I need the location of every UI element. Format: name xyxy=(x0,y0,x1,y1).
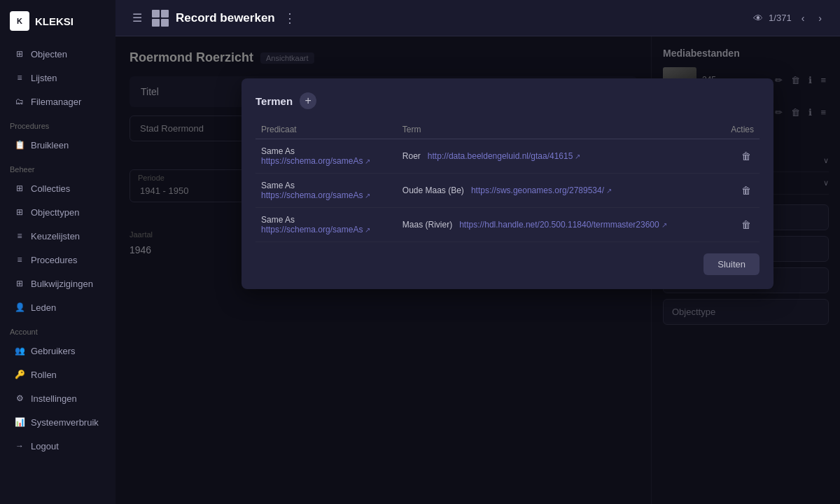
sidebar-item-lijsten[interactable]: ≡ Lijsten xyxy=(4,66,111,89)
eye-icon: 👁 xyxy=(753,13,763,24)
content-area: Roermond Roerzicht Ansichtkaart Titel ∨ … xyxy=(115,36,840,504)
sidebar-label-keuzelijsten: Keuzelijsten xyxy=(31,231,80,241)
row3-term: Maas (Rivier) https://hdl.handle.net/20.… xyxy=(397,208,720,242)
sidebar-label-rollen: Rollen xyxy=(31,370,57,380)
sidebar-item-bruikleen[interactable]: 📋 Bruikleen xyxy=(4,134,111,156)
modal-footer: Sluiten xyxy=(255,253,760,275)
sidebar-item-leden[interactable]: 👤 Leden xyxy=(4,296,111,318)
record-counter: 👁 1/371 ‹ › xyxy=(753,11,826,25)
page-title: Record bewerken xyxy=(176,11,275,25)
row1-term-link[interactable]: http://data.beeldengeluid.nl/gtaa/41615 … xyxy=(428,151,581,161)
row1-predicaat-link[interactable]: https://schema.org/sameAs ↗ xyxy=(261,156,370,166)
sidebar-item-objecttypen[interactable]: ⊞ Objecttypen xyxy=(4,201,111,223)
row2-term-link[interactable]: https://sws.geonames.org/2789534/ ↗ xyxy=(471,186,612,195)
next-record-button[interactable]: › xyxy=(814,11,826,25)
beheer-section-label: Beheer xyxy=(0,157,115,176)
sidebar-item-rollen[interactable]: 🔑 Rollen xyxy=(4,363,111,386)
objecttypen-icon: ⊞ xyxy=(14,206,25,218)
ext-link-icon-5: ↗ xyxy=(662,221,667,229)
sidebar-label-leden: Leden xyxy=(31,302,56,313)
row1-predicaat: Same As https://schema.org/sameAs ↗ xyxy=(255,139,397,174)
grid-icon: ⊞ xyxy=(14,48,25,59)
sidebar-label-instellingen: Instellingen xyxy=(31,393,77,404)
row3-delete-button[interactable]: 🗑 xyxy=(738,216,754,233)
terms-modal: Termen + Predicaat Term Acties xyxy=(241,78,774,289)
terms-table: Predicaat Term Acties Same As https://sc… xyxy=(255,120,760,242)
row3-term-link[interactable]: https://hdl.handle.net/20.500.11840/term… xyxy=(459,220,667,230)
users-icon: 👥 xyxy=(14,345,25,356)
sidebar-item-logout[interactable]: → Logout xyxy=(4,435,111,457)
sidebar-item-filemanager[interactable]: 🗂 Filemanager xyxy=(4,90,111,113)
logo-icon: K xyxy=(10,11,29,31)
more-options-button[interactable]: ⋮ xyxy=(284,10,296,26)
ext-link-icon-2: ↗ xyxy=(365,192,370,200)
table-row: Same As https://schema.org/sameAs ↗ Oude… xyxy=(255,174,760,208)
col-term: Term xyxy=(397,120,720,139)
sidebar-label-systeemverbruik: Systeemverbruik xyxy=(31,417,99,428)
leden-icon: 👤 xyxy=(14,302,25,313)
clipboard-icon: 📋 xyxy=(14,139,25,150)
sidebar-item-keuzelijsten[interactable]: ≡ Keuzelijsten xyxy=(4,225,111,247)
roles-icon: 🔑 xyxy=(14,369,25,380)
settings-icon: ⚙ xyxy=(14,393,25,404)
topbar: ☰ Record bewerken ⋮ 👁 1/371 ‹ › xyxy=(115,0,840,36)
account-section-label: Account xyxy=(0,319,115,339)
app-name: KLEKSI xyxy=(35,15,74,27)
keuzelijsten-icon: ≡ xyxy=(14,230,25,241)
sluiten-button[interactable]: Sluiten xyxy=(704,253,760,275)
modal-header: Termen + xyxy=(255,92,760,109)
table-row: Same As https://schema.org/sameAs ↗ Maas… xyxy=(255,208,760,242)
row3-acties: 🗑 xyxy=(720,208,760,242)
main-area: ☰ Record bewerken ⋮ 👁 1/371 ‹ › Roermond… xyxy=(115,0,840,504)
row1-acties: 🗑 xyxy=(720,139,760,174)
sidebar-label-objecttypen: Objecttypen xyxy=(31,207,79,218)
sidebar-label-procedures: Procedures xyxy=(31,255,77,265)
ext-link-icon: ↗ xyxy=(365,158,370,165)
sidebar-item-bulkwijzigingen[interactable]: ⊞ Bulkwijzigingen xyxy=(4,272,111,295)
sidebar-item-procedures[interactable]: ≡ Procedures xyxy=(4,248,111,271)
sidebar-label-bulkwijzigingen: Bulkwijzigingen xyxy=(31,279,93,289)
row1-term: Roer http://data.beeldengeluid.nl/gtaa/4… xyxy=(397,139,720,174)
procedures-icon: ≡ xyxy=(14,254,25,265)
logout-icon: → xyxy=(14,440,25,451)
app-logo: K KLEKSI xyxy=(0,0,115,42)
sidebar-item-instellingen[interactable]: ⚙ Instellingen xyxy=(4,387,111,410)
sidebar-label-logout: Logout xyxy=(31,441,59,451)
sidebar-label-filemanager: Filemanager xyxy=(31,97,81,107)
folder-icon: 🗂 xyxy=(14,96,25,107)
col-acties: Acties xyxy=(720,120,760,139)
sidebar-item-objecten[interactable]: ⊞ Objecten xyxy=(4,43,111,65)
add-term-button[interactable]: + xyxy=(300,92,316,109)
row2-predicaat: Same As https://schema.org/sameAs ↗ xyxy=(255,174,397,208)
sidebar-label-gebruikers: Gebruikers xyxy=(31,346,76,356)
sidebar-label-collecties: Collecties xyxy=(31,183,70,194)
ext-link-icon-3: ↗ xyxy=(606,187,612,195)
system-icon: 📊 xyxy=(14,416,25,428)
sidebar: K KLEKSI ⊞ Objecten ≡ Lijsten 🗂 Filemana… xyxy=(0,0,115,504)
ext-link-icon-4: ↗ xyxy=(365,226,370,234)
bulk-icon: ⊞ xyxy=(14,278,25,289)
list-icon: ≡ xyxy=(14,72,25,83)
sidebar-label-lijsten: Lijsten xyxy=(31,73,57,83)
sidebar-label-bruikleen: Bruikleen xyxy=(31,140,69,150)
row3-predicaat: Same As https://schema.org/sameAs ↗ xyxy=(255,208,397,242)
modal-overlay: Termen + Predicaat Term Acties xyxy=(115,36,840,504)
collecties-icon: ⊞ xyxy=(14,183,25,194)
sidebar-item-systeemverbruik[interactable]: 📊 Systeemverbruik xyxy=(4,411,111,433)
sidebar-item-collecties[interactable]: ⊞ Collecties xyxy=(4,177,111,200)
sidebar-item-gebruikers[interactable]: 👥 Gebruikers xyxy=(4,340,111,362)
modal-title: Termen xyxy=(255,95,293,107)
ext-link-icon-1: ↗ xyxy=(575,153,580,160)
counter-value: 1/371 xyxy=(769,13,792,23)
row2-acties: 🗑 xyxy=(720,174,760,208)
row3-predicaat-link[interactable]: https://schema.org/sameAs ↗ xyxy=(261,225,370,234)
prev-record-button[interactable]: ‹ xyxy=(797,11,809,25)
col-predicaat: Predicaat xyxy=(255,120,397,139)
row2-term: Oude Maas (Be) https://sws.geonames.org/… xyxy=(397,174,720,208)
row2-predicaat-link[interactable]: https://schema.org/sameAs ↗ xyxy=(261,190,370,200)
row2-delete-button[interactable]: 🗑 xyxy=(738,182,754,199)
procedures-section-label: Procedures xyxy=(0,113,115,133)
row1-delete-button[interactable]: 🗑 xyxy=(738,148,754,164)
hamburger-button[interactable]: ☰ xyxy=(130,8,145,27)
sidebar-label-objecten: Objecten xyxy=(31,49,67,59)
